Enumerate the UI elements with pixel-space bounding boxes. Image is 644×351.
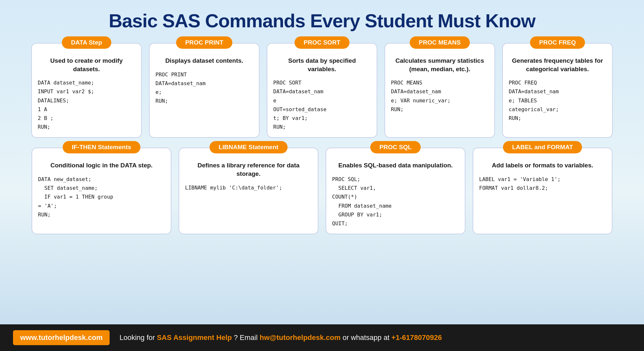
code-label-format: LABEL var1 = 'Variable 1'; FORMAT var1 d… (479, 175, 606, 192)
main-content: Basic SAS Commands Every Student Must Kn… (0, 0, 644, 324)
desc-proc-sort: Sorts data by specified variables. (273, 57, 371, 73)
code-data-step: DATA dataset_name; INPUT var1 var2 $; DA… (38, 78, 135, 131)
badge-libname: LIBNAME Statement (209, 141, 288, 153)
desc-libname: Defines a library reference for data sto… (185, 161, 312, 178)
badge-proc-means: PROC MEANS (410, 36, 470, 49)
badge-proc-sql: PROC SQL (370, 141, 421, 153)
card-proc-means: PROC MEANS Calculates summary statistics… (384, 43, 495, 138)
card-if-then: IF-THEN Statements Conditional logic in … (32, 148, 171, 234)
card-proc-sql: PROC SQL Enables SQL-based data manipula… (326, 148, 465, 234)
card-label-format: LABEL and FORMAT Add labels or formats t… (473, 148, 612, 234)
card-proc-sort: PROC SORT Sorts data by specified variab… (267, 43, 377, 138)
row1-cards: DATA Step Used to create or modify datas… (13, 43, 631, 138)
desc-proc-print: Displays dataset contents. (155, 57, 253, 65)
code-proc-sort: PROC SORT DATA=dataset_nam e OUT=sorted_… (273, 78, 371, 131)
badge-proc-sort: PROC SORT (295, 36, 350, 49)
badge-proc-print: PROC PRINT (176, 36, 232, 49)
card-proc-print: PROC PRINT Displays dataset contents. PR… (149, 43, 260, 138)
code-proc-sql: PROC SQL; SELECT var1, COUNT(*) FROM dat… (332, 175, 459, 228)
code-proc-means: PROC MEANS DATA=dataset_nam e; VAR numer… (391, 78, 489, 114)
page-title: Basic SAS Commands Every Student Must Kn… (13, 10, 631, 32)
code-libname: LIBNAME mylib 'C:\data_folder'; (185, 183, 312, 192)
desc-label-format: Add labels or formats to variables. (479, 161, 606, 170)
footer: www.tutorhelpdesk.com Looking for SAS As… (0, 324, 644, 351)
footer-sas-help: SAS Assignment Help (157, 333, 232, 342)
desc-proc-means: Calculates summary statistics (mean, med… (391, 57, 489, 73)
code-proc-freq: PROC FREQ DATA=dataset_nam e; TABLES cat… (509, 78, 606, 123)
footer-website[interactable]: www.tutorhelpdesk.com (13, 330, 110, 345)
code-proc-print: PROC PRINT DATA=dataset_nam e; RUN; (155, 70, 253, 106)
desc-if-then: Conditional logic in the DATA step. (38, 161, 165, 170)
footer-text: Looking for SAS Assignment Help ? Email … (119, 333, 442, 342)
desc-proc-freq: Generates frequency tables for categoric… (509, 57, 606, 73)
badge-if-then: IF-THEN Statements (63, 141, 141, 153)
footer-text-after: or whatsapp at (341, 333, 392, 342)
footer-text-middle: ? Email (232, 333, 260, 342)
desc-data-step: Used to create or modify datasets. (38, 57, 135, 73)
footer-text-before: Looking for (119, 333, 157, 342)
card-data-step: DATA Step Used to create or modify datas… (31, 43, 142, 138)
card-proc-freq: PROC FREQ Generates frequency tables for… (502, 43, 613, 138)
card-libname: LIBNAME Statement Defines a library refe… (179, 148, 318, 234)
badge-proc-freq: PROC FREQ (530, 36, 585, 49)
badge-data-step: DATA Step (62, 36, 111, 49)
badge-label-format: LABEL and FORMAT (503, 141, 582, 153)
row2-cards: IF-THEN Statements Conditional logic in … (13, 148, 631, 234)
footer-email: hw@tutorhelpdesk.com (260, 333, 341, 342)
desc-proc-sql: Enables SQL-based data manipulation. (332, 161, 459, 170)
footer-phone: +1-6178070926 (392, 333, 442, 342)
code-if-then: DATA new_dataset; SET dataset_name; IF v… (38, 175, 165, 219)
